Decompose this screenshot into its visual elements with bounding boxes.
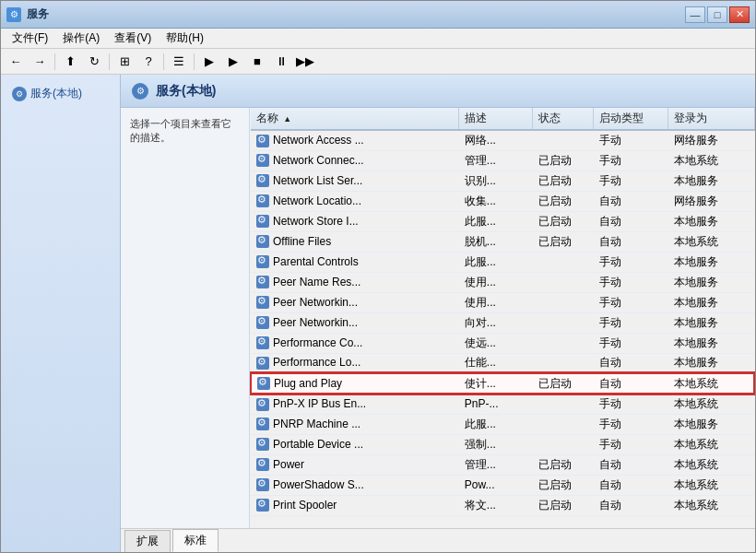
table-row[interactable]: Power管理...已启动自动本地系统: [251, 454, 754, 475]
table-row[interactable]: Peer Networkin...使用...手动本地服务: [251, 292, 754, 312]
service-name: Peer Name Res...: [251, 272, 459, 292]
tab-标准[interactable]: 标准: [172, 529, 219, 552]
service-desc: 强制...: [459, 434, 533, 454]
service-status: [533, 434, 594, 454]
service-desc: 使用...: [459, 292, 533, 312]
title-bar: ⚙ 服务 — □ ✕: [1, 1, 755, 29]
up-button[interactable]: ⬆: [59, 52, 81, 72]
service-status: 已启动: [533, 495, 594, 515]
minimize-button[interactable]: —: [685, 6, 705, 23]
pause-button[interactable]: ⏸: [270, 52, 292, 72]
service-startup: 手动: [594, 394, 668, 414]
left-panel-services[interactable]: ⚙ 服务(本地): [8, 82, 112, 105]
service-startup: 自动: [594, 211, 668, 231]
table-row[interactable]: Network List Ser...识别...已启动手动本地服务: [251, 171, 754, 191]
table-row[interactable]: Network Store I...此服...已启动自动本地服务: [251, 211, 754, 231]
service-login: 本地系统: [668, 394, 754, 414]
col-login[interactable]: 登录为: [668, 108, 754, 130]
left-panel: ⚙ 服务(本地): [1, 75, 121, 552]
service-icon: [256, 154, 269, 167]
service-name: Portable Device ...: [251, 434, 459, 454]
service-startup: 手动: [594, 434, 668, 454]
restart-button[interactable]: ▶▶: [294, 52, 316, 72]
export-button[interactable]: ☰: [168, 52, 190, 72]
service-login: 本地系统: [668, 495, 754, 515]
service-login: 网络服务: [668, 191, 754, 211]
play-button[interactable]: ▶: [198, 52, 220, 72]
table-row[interactable]: Performance Co...使远...手动本地服务: [251, 333, 754, 353]
table-row[interactable]: Network Locatio...收集...已启动自动网络服务: [251, 191, 754, 211]
sort-arrow: ▲: [283, 114, 291, 124]
service-icon: [256, 135, 269, 147]
service-startup: 自动: [594, 231, 668, 252]
menu-item[interactable]: 查看(V): [107, 29, 159, 48]
right-panel: ⚙ 服务(本地) 选择一个项目来查看它的描述。 名称: [121, 75, 755, 552]
menu-item[interactable]: 文件(F): [5, 29, 55, 48]
service-icon: [256, 276, 269, 288]
tab-扩展[interactable]: 扩展: [124, 530, 171, 552]
help-button[interactable]: ?: [137, 52, 159, 72]
service-icon: [256, 398, 269, 411]
service-name: Network Locatio...: [251, 191, 459, 211]
service-login: 本地系统: [668, 231, 754, 252]
table-row[interactable]: Network Connec...管理...已启动手动本地系统: [251, 150, 754, 171]
maximize-button[interactable]: □: [707, 6, 727, 23]
table-area[interactable]: 名称 ▲ 描述 状态 启动类型 登录为 Network Access ...网络…: [250, 108, 755, 528]
menu-item[interactable]: 帮助(H): [159, 29, 211, 48]
table-row[interactable]: Plug and Play使计...已启动自动本地系统: [251, 373, 754, 394]
service-status: [533, 252, 594, 272]
table-row[interactable]: Print Spooler将文...已启动自动本地系统: [251, 495, 754, 515]
service-icon: [256, 499, 269, 512]
table-row[interactable]: PowerShadow S...Pow...已启动自动本地系统: [251, 475, 754, 495]
service-status: [533, 414, 594, 434]
toolbar-separator-2: [109, 53, 110, 70]
service-name: Network Store I...: [251, 211, 459, 231]
service-icon: [256, 316, 269, 329]
col-startup[interactable]: 启动类型: [594, 108, 668, 130]
toolbar: ← → ⬆ ↻ ⊞ ? ☰ ▶ ▶ ■ ⏸ ▶▶: [1, 49, 755, 75]
service-name: Network Connec...: [251, 150, 459, 171]
service-status: 已启动: [533, 231, 594, 252]
table-row[interactable]: Parental Controls此服...手动本地服务: [251, 252, 754, 272]
service-icon: [256, 255, 269, 268]
service-name: Parental Controls: [251, 252, 459, 272]
service-name: Network List Ser...: [251, 171, 459, 191]
refresh-button[interactable]: ↻: [83, 52, 105, 72]
table-row[interactable]: Portable Device ...强制...手动本地系统: [251, 434, 754, 454]
table-row[interactable]: Offline Files脱机...已启动自动本地系统: [251, 231, 754, 252]
service-login: 本地服务: [668, 171, 754, 191]
service-icon: [256, 458, 269, 471]
col-status[interactable]: 状态: [533, 108, 594, 130]
service-icon: [257, 377, 270, 390]
window-icon: ⚙: [6, 7, 21, 22]
service-status: [533, 292, 594, 312]
stop-button[interactable]: ■: [246, 52, 268, 72]
service-status: 已启动: [533, 211, 594, 231]
show-hide-button[interactable]: ⊞: [113, 52, 136, 72]
table-row[interactable]: Peer Networkin...向对...手动本地服务: [251, 312, 754, 333]
table-row[interactable]: PNRP Machine ...此服...手动本地服务: [251, 414, 754, 434]
col-desc[interactable]: 描述: [459, 108, 533, 130]
table-row[interactable]: Performance Lo...仕能...自动本地服务: [251, 353, 754, 373]
service-icon: [256, 478, 269, 491]
table-row[interactable]: PnP-X IP Bus En...PnP-...手动本地系统: [251, 394, 754, 414]
service-startup: 手动: [594, 171, 668, 191]
back-button[interactable]: ←: [5, 52, 27, 72]
main-content: ⚙ 服务(本地) ⚙ 服务(本地) 选择一个项目来查看它的描述。: [1, 75, 755, 552]
menu-item[interactable]: 操作(A): [55, 29, 107, 48]
service-desc: 使用...: [459, 272, 533, 292]
table-row[interactable]: Peer Name Res...使用...手动本地服务: [251, 272, 754, 292]
service-icon: [256, 438, 269, 451]
service-desc: PnP-...: [459, 394, 533, 414]
service-desc: 管理...: [459, 150, 533, 171]
close-button[interactable]: ✕: [729, 6, 750, 23]
service-login: 本地系统: [668, 434, 754, 454]
services-table: 名称 ▲ 描述 状态 启动类型 登录为 Network Access ...网络…: [250, 108, 755, 516]
col-name[interactable]: 名称 ▲: [251, 108, 459, 130]
table-row[interactable]: Network Access ...网络...手动网络服务: [251, 130, 754, 150]
forward-button[interactable]: →: [29, 52, 51, 72]
main-window: ⚙ 服务 — □ ✕ 文件(F)操作(A)查看(V)帮助(H) ← → ⬆ ↻ …: [0, 0, 756, 553]
play2-button[interactable]: ▶: [222, 52, 244, 72]
services-icon: ⚙: [12, 87, 27, 101]
service-startup: 自动: [594, 191, 668, 211]
